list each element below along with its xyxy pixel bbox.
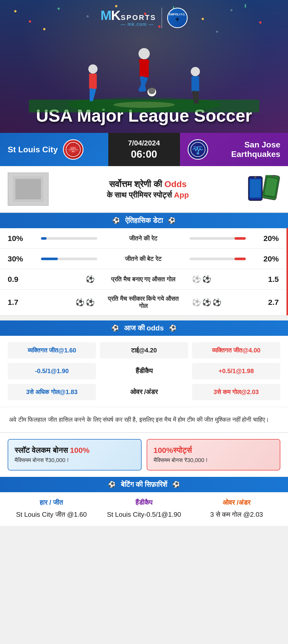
win-rate-bar-right <box>184 237 259 240</box>
ball-icon-3: ⚽ <box>76 298 84 307</box>
historical-section-header: ⚽ ऐतिहासिक डेटा ⚽ <box>0 213 288 228</box>
svg-rect-15 <box>196 91 199 104</box>
avg-goals-left: 0.9 <box>8 275 28 284</box>
analysis-section: अवे टीम फिलहाल जीत हासिल करने के लिए संघ… <box>0 407 288 432</box>
odds-section-header: ⚽ आज की odds ⚽ <box>0 320 288 336</box>
betting-col-3: ओवर /अंडर 3 से कम गोल @2.03 <box>193 499 280 520</box>
bet-rate-bar-right <box>184 258 259 260</box>
bonus-slots-sub: मैक्सिमम बोनस ₹30,000 ! <box>15 457 135 464</box>
odds-label-3: ओवर /अंडर <box>100 383 188 400</box>
odds-title: आज की odds <box>124 324 164 332</box>
ball-icon-6: ⚽ <box>212 298 221 307</box>
players-illustration <box>0 23 288 112</box>
avg-goals-row: 0.9 ⚽ प्रति मैच बनाए गए औसत गोल ⚽ ⚽ 1.5 <box>0 269 286 290</box>
ball-icon-4: ⚽ <box>86 298 95 307</box>
bonus-section[interactable]: स्लॉट वेलकम बोनस 100% मैक्सिमम बोनस ₹30,… <box>0 432 288 477</box>
win-rate-fill-blue <box>41 237 47 240</box>
avg-goals-right: 1.5 <box>258 275 279 284</box>
betting-soccer-icon-right: ⚽ <box>172 481 180 488</box>
betting-col-1: हार / जीत St Louis City जीत @1.60 <box>8 499 95 520</box>
betting-value-2: St Louis City-0.5/1@1.90 <box>107 510 181 520</box>
betting-col-2: हैंडीकैप St Louis City-0.5/1@1.90 <box>100 499 188 520</box>
team-left-badge: CITY SC <box>63 139 83 160</box>
red-accent-4 <box>286 290 288 315</box>
odds-section: व्यक्तिगत जीत@1.60 टाई@4.20 व्यक्तिगत जी… <box>0 336 288 407</box>
avg-goals-balls-right: ⚽ ⚽ <box>184 275 259 283</box>
promo-image <box>8 172 49 206</box>
team-left-name: St Louis City <box>8 145 58 154</box>
svg-point-25 <box>197 152 199 155</box>
historical-title: ऐतिहासिक डेटा <box>125 216 163 225</box>
ball-icon-faded-1: ⚽ <box>192 275 201 283</box>
team-right-badge: QUAKES <box>188 139 208 160</box>
match-center-info: 7/04/2024 06:00 <box>108 133 180 166</box>
match-date: 7/04/2024 <box>128 139 160 147</box>
odds-cell-right-1[interactable]: व्यक्तिगत जीत@4.00 <box>192 342 280 359</box>
avg-goals-balls-left: ⚽ <box>28 275 102 283</box>
avg-goals-label: प्रति मैच बनाए गए औसत गोल <box>102 276 184 283</box>
mk-text: MK <box>100 9 120 22</box>
betting-section: हार / जीत St Louis City जीत @1.60 हैंडीक… <box>0 492 288 526</box>
odds-cell-center-1: टाई@4.20 <box>100 342 188 359</box>
betting-type-3: ओवर /अंडर <box>223 499 250 507</box>
bet-rate-row: 30% जीतने की बेट रेट 20% <box>0 249 286 269</box>
svg-text:QUAKES: QUAKES <box>193 146 202 148</box>
historical-data-section: 10% जीतने की रेट 20% 30% <box>0 228 288 315</box>
bonus-sports-sub: मैक्सिमम बोनस ₹30,000 ! <box>154 457 274 464</box>
svg-point-17 <box>113 102 175 108</box>
team-right-name: San Jose Earthquakes <box>213 140 281 159</box>
bet-rate-fill-red <box>234 258 246 260</box>
svg-rect-30 <box>250 179 261 197</box>
bet-rate-bar-left <box>28 258 102 260</box>
promo-banner[interactable]: सर्वोत्तम श्रेणी की Odds के साथ प्रीमियर… <box>0 166 288 213</box>
avg-conceded-left: 1.7 <box>8 298 28 307</box>
promo-text: सर्वोत्तम श्रेणी की Odds के साथ प्रीमियर… <box>54 178 242 200</box>
red-accent-2 <box>286 249 288 269</box>
betting-wrapper: ⚽ बेटिंग की सिफ़ारिशें ⚽ हार / जीत St Lo… <box>0 477 288 526</box>
win-rate-bar-left <box>28 237 102 240</box>
match-info-bar: St Louis City CITY SC 7/04/2024 06:00 <box>0 133 288 166</box>
svg-rect-13 <box>191 76 199 91</box>
match-time: 06:00 <box>131 148 157 160</box>
win-rate-label: जीतने की रेट <box>102 235 184 242</box>
odds-cell-right-3[interactable]: 3से कम गोल@2.03 <box>192 384 280 400</box>
bet-rate-label: जीतने की बेट रेट <box>102 255 184 262</box>
avg-conceded-row: 1.7 ⚽ ⚽ प्रति मैच स्वीकार किये गये औसत ग… <box>0 290 286 315</box>
svg-point-31 <box>254 176 256 178</box>
svg-text:CITY: CITY <box>70 147 76 150</box>
svg-point-8 <box>88 64 98 74</box>
odds-cell-right-2[interactable]: +0.5/1@1.98 <box>192 363 280 379</box>
promo-subtitle: के साथ प्रीमियर स्पोर्ट्स App <box>54 190 242 200</box>
odds-cell-left-1[interactable]: व्यक्तिगत जीत@1.60 <box>8 342 96 359</box>
ball-icon-1: ⚽ <box>86 275 95 283</box>
odds-soccer-icon-right: ⚽ <box>169 325 177 332</box>
promo-title: सर्वोत्तम श्रेणी की Odds <box>54 178 242 190</box>
odds-soccer-icon-left: ⚽ <box>111 325 119 332</box>
odds-cell-left-2[interactable]: -0.5/1@1.90 <box>8 363 96 379</box>
win-rate-right: 20% <box>258 234 279 243</box>
ball-icon-faded-2: ⚽ <box>192 298 201 307</box>
bonus-card-slots[interactable]: स्लॉट वेलकम बोनस 100% मैक्सिमम बोनस ₹30,… <box>8 439 142 470</box>
odds-cell-left-3[interactable]: 3से अधिक गोल@1.83 <box>8 384 96 400</box>
avg-conceded-right: 2.7 <box>258 298 279 307</box>
avg-conceded-label: प्रति मैच स्वीकार किये गये औसत गोल <box>102 295 184 309</box>
bonus-slots-title: स्लॉट वेलकम बोनस 100% <box>15 446 135 455</box>
betting-title: बेटिंग की सिफ़ारिशें <box>121 480 167 489</box>
bet-rate-left: 30% <box>8 255 28 263</box>
partner-name: EMPOLI F.C. <box>169 13 186 16</box>
odds-grid: व्यक्तिगत जीत@1.60 टाई@4.20 व्यक्तिगत जी… <box>0 336 288 407</box>
red-accent-1 <box>286 228 288 249</box>
odds-wrapper: ⚽ आज की odds ⚽ व्यक्तिगत जीत@1.60 टाई@4.… <box>0 320 288 407</box>
win-rate-fill-red <box>234 237 246 240</box>
betting-value-1: St Louis City जीत @1.60 <box>16 510 87 520</box>
team-right-section: QUAKES San Jose Earthquakes <box>180 133 288 166</box>
promo-phones <box>247 175 280 203</box>
bet-rate-fill-blue <box>41 258 58 260</box>
betting-type-2: हैंडीकैप <box>135 499 152 507</box>
bonus-card-sports[interactable]: 100%स्पोर्ट्स मैक्सिमम बोनस ₹30,000 ! <box>147 439 281 470</box>
bet-rate-right: 20% <box>258 255 279 263</box>
win-rate-row: 10% जीतने की रेट 20% <box>0 228 286 249</box>
odds-label-2: हैंडीकैप <box>100 362 188 379</box>
betting-section-header: ⚽ बेटिंग की सिफ़ारिशें ⚽ <box>0 477 288 492</box>
betting-grid: हार / जीत St Louis City जीत @1.60 हैंडीक… <box>0 492 288 526</box>
